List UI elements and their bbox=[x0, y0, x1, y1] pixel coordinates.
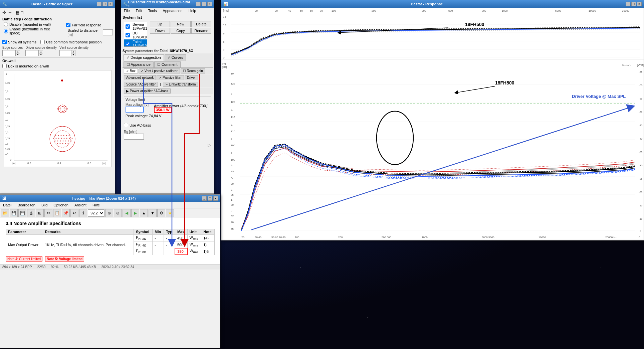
system-close-btn[interactable]: × bbox=[207, 2, 212, 6]
system-window-controls[interactable]: _ □ × bbox=[196, 2, 212, 6]
response-window-controls[interactable]: _ □ × bbox=[626, 2, 642, 6]
subtab-roomgain[interactable]: ☐ Room gain bbox=[181, 68, 205, 73]
tb-star[interactable]: ★ bbox=[166, 209, 174, 217]
system-maximize-btn[interactable]: □ bbox=[202, 2, 206, 6]
rg-input[interactable]: 0 bbox=[124, 134, 144, 140]
list-item-3[interactable]: Faital 18HW1070_8Ω bbox=[124, 39, 147, 47]
menu-tools[interactable]: Tools bbox=[147, 8, 158, 13]
baffle-close-btn[interactable]: × bbox=[108, 2, 113, 6]
tb-undo[interactable]: ↩ bbox=[70, 209, 78, 217]
nav-right-icon[interactable]: ▷ bbox=[208, 142, 211, 148]
response-maximize-btn[interactable]: □ bbox=[631, 2, 636, 6]
tb-prev[interactable]: ◀ bbox=[123, 209, 131, 217]
subtab-vent[interactable]: ✓ Vent / passive radiator bbox=[139, 68, 180, 73]
driver-spinner-arrows[interactable]: ▲ ▼ bbox=[39, 50, 43, 56]
menu-appearance[interactable]: Appearance bbox=[161, 8, 184, 13]
scaled-distance-input[interactable]: 1 bbox=[103, 29, 113, 35]
irfan-minimize-btn[interactable]: _ bbox=[202, 196, 207, 201]
baffle-minimize-btn[interactable]: _ bbox=[97, 2, 101, 6]
menu-file[interactable]: File bbox=[123, 8, 131, 13]
tb-zoom-in[interactable]: ⊕ bbox=[105, 209, 113, 217]
tab-appearance[interactable]: ☐ Appearance bbox=[124, 61, 154, 67]
far-field-checkbox[interactable]: Far field response bbox=[66, 23, 113, 27]
tb-save[interactable]: 💾 bbox=[10, 209, 18, 217]
tb-next[interactable]: ▶ bbox=[131, 209, 139, 217]
list-item-2[interactable]: BC 18NBX100_8Ω bbox=[124, 31, 147, 39]
subtab-driver[interactable]: Driver bbox=[185, 75, 198, 80]
arrow-icon[interactable]: ↔ bbox=[8, 10, 12, 15]
baffle-window-controls[interactable]: _ □ × bbox=[97, 2, 113, 6]
tab-curves[interactable]: ✓ Curves bbox=[165, 54, 186, 61]
radio-disable-input[interactable] bbox=[4, 22, 8, 26]
mounted-wall-checkbox[interactable]: Box is mounted on a wall bbox=[2, 64, 113, 68]
move-icon[interactable]: ✛ bbox=[2, 10, 6, 15]
radio-enable[interactable]: Enable (box/baffle in free space) bbox=[4, 27, 59, 35]
list-item-1[interactable]: Beyma 18Pw/B1000Fe bbox=[124, 22, 147, 31]
ac-bass-input[interactable] bbox=[124, 123, 128, 127]
response-close-btn[interactable]: × bbox=[637, 2, 642, 6]
tb-zoom-out[interactable]: ⊖ bbox=[114, 209, 122, 217]
tb-paste[interactable]: 📌 bbox=[62, 209, 70, 217]
subtab-passive[interactable]: ✓ Passive filter bbox=[157, 75, 184, 80]
irfan-menu-ansicht[interactable]: Ansicht bbox=[73, 203, 88, 207]
system-minimize-btn[interactable]: _ bbox=[196, 2, 201, 6]
btn-rename[interactable]: Rename bbox=[191, 28, 211, 34]
ac-bass-checkbox[interactable]: Use AC-bass bbox=[123, 122, 213, 128]
item2-check[interactable] bbox=[126, 33, 130, 37]
subtab-box[interactable]: ✓ Box bbox=[124, 68, 138, 73]
irfan-menu-bearbeiten[interactable]: Bearbeiten bbox=[16, 203, 37, 207]
irfan-close-btn[interactable]: × bbox=[213, 196, 218, 201]
radio-enable-input[interactable] bbox=[4, 29, 8, 33]
zoom-select[interactable]: 92.2 bbox=[88, 209, 104, 217]
common-mic-input[interactable] bbox=[40, 40, 45, 44]
vent-spinner-arrows[interactable]: ▲ ▼ bbox=[71, 50, 75, 56]
tb-info[interactable]: ℹ bbox=[79, 209, 87, 217]
edge-sources-input[interactable]: 72 bbox=[2, 50, 16, 56]
radio-disable[interactable]: Disable (mounted in-wall) bbox=[4, 22, 59, 26]
tb-settings[interactable]: ⚙ bbox=[157, 209, 165, 217]
irfan-window-controls[interactable]: _ □ × bbox=[202, 196, 218, 201]
vent-density-input[interactable]: 4 bbox=[59, 50, 71, 56]
item3-check[interactable] bbox=[126, 42, 130, 46]
show-all-input[interactable] bbox=[2, 40, 7, 44]
tb-down[interactable]: ▼ bbox=[149, 209, 157, 217]
subtab-power-amp[interactable]: ▶ Power amplifier / AC-bass bbox=[124, 89, 171, 94]
box-icon[interactable]: □ bbox=[21, 10, 23, 15]
tab-comment[interactable]: ☐ Comment bbox=[154, 61, 181, 67]
subtab-source[interactable]: Source / Active filter bbox=[124, 82, 158, 87]
show-all-checkbox[interactable]: Show all systems bbox=[2, 40, 36, 44]
tb-cut[interactable]: ✂ bbox=[44, 209, 52, 217]
subtab-linkwitz[interactable]: ⤷ Linkwitz transform bbox=[163, 82, 198, 87]
common-mic-checkbox[interactable]: Use common microphone position bbox=[40, 40, 101, 44]
tb-up[interactable]: ▲ bbox=[140, 209, 148, 217]
irfan-menu-hilfe[interactable]: Hilfe bbox=[91, 203, 101, 207]
irfan-menu-datei[interactable]: Datei bbox=[2, 203, 13, 207]
mounted-wall-input[interactable] bbox=[2, 64, 7, 68]
far-field-input[interactable] bbox=[66, 23, 70, 27]
response-minimize-btn[interactable]: _ bbox=[626, 2, 630, 6]
driver-density-input[interactable]: 11 bbox=[25, 50, 39, 56]
sub-tabs-row4: ▶ Power amplifier / AC-bass bbox=[123, 88, 213, 94]
tb-thumbnails[interactable]: ⊞ bbox=[36, 209, 44, 217]
menu-edit[interactable]: Edit bbox=[135, 8, 144, 13]
tb-copy2[interactable]: 📋 bbox=[53, 209, 61, 217]
tb-open[interactable]: 📂 bbox=[1, 209, 9, 217]
max-voltage-input[interactable]: 52.92 bbox=[126, 107, 144, 113]
tb-save-as[interactable]: 💾 bbox=[18, 209, 26, 217]
btn-up[interactable]: Up bbox=[150, 21, 170, 27]
tb-print[interactable]: 🖨 bbox=[27, 209, 35, 217]
irfan-menu-optionen[interactable]: Optionen bbox=[52, 203, 70, 207]
baffle-maximize-btn[interactable]: □ bbox=[102, 2, 107, 6]
irfan-menu-bild[interactable]: Bild bbox=[40, 203, 49, 207]
btn-down[interactable]: Down bbox=[150, 28, 170, 34]
edge-spinner-arrows[interactable]: ▲ ▼ bbox=[16, 50, 20, 56]
menu-help[interactable]: Help bbox=[187, 8, 198, 13]
irfan-maximize-btn[interactable]: □ bbox=[208, 196, 212, 201]
btn-delete[interactable]: Delete bbox=[191, 21, 211, 27]
subtab-adv-network[interactable]: Advanced network bbox=[124, 75, 156, 80]
btn-new[interactable]: New bbox=[171, 21, 191, 27]
btn-copy[interactable]: Copy bbox=[171, 28, 191, 34]
grid-icon[interactable]: ▦ bbox=[15, 10, 19, 15]
item1-check[interactable] bbox=[126, 24, 130, 29]
tab-design[interactable]: ✓ Design suggestion bbox=[124, 54, 164, 61]
